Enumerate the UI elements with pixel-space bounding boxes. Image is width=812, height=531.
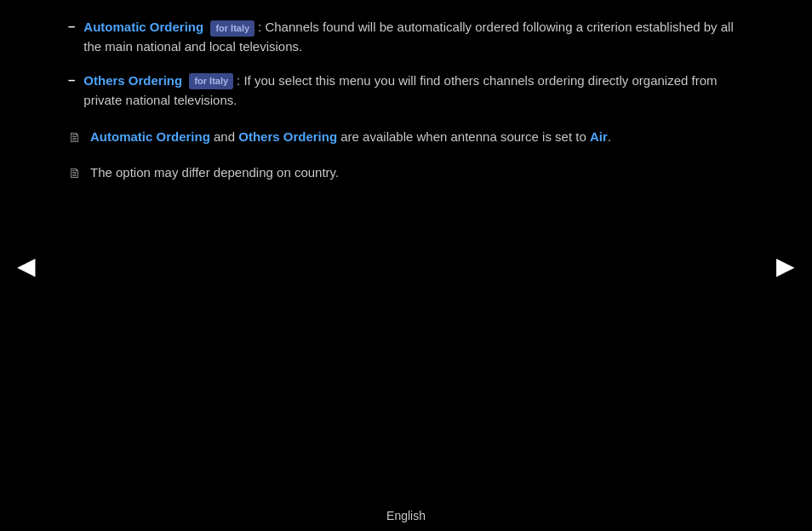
nav-left-button[interactable]: ◀ xyxy=(9,243,44,288)
bullet-dash-2: – xyxy=(68,71,75,90)
badge-italy-1: for Italy xyxy=(210,20,254,37)
bullet-dash: – xyxy=(68,17,75,37)
note-end: . xyxy=(608,129,611,144)
note-middle: and xyxy=(210,129,238,144)
note-block-1: 🗎 Automatic Ordering and Others Ordering… xyxy=(68,127,744,149)
note-icon-2: 🗎 xyxy=(68,163,82,185)
list-item-others-ordering: – Others Ordering for Italy: If you sele… xyxy=(68,71,744,111)
note-term-others: Others Ordering xyxy=(238,129,337,144)
note-text-1: Automatic Ordering and Others Ordering a… xyxy=(90,127,611,146)
badge-italy-2: for Italy xyxy=(189,73,233,89)
note-icon-1: 🗎 xyxy=(68,128,82,149)
note-rest: are available when antenna source is set… xyxy=(337,129,590,144)
bullet-list: – Automatic Ordering for Italy: Channels… xyxy=(68,17,744,110)
bullet-text-automatic: Automatic Ordering for Italy: Channels f… xyxy=(83,17,744,57)
note-text-2: The option may differ depending on count… xyxy=(90,163,339,182)
note-term-air: Air xyxy=(590,129,608,144)
list-item-automatic-ordering: – Automatic Ordering for Italy: Channels… xyxy=(68,17,744,57)
note-term-automatic: Automatic Ordering xyxy=(90,129,210,144)
nav-right-button[interactable]: ▶ xyxy=(768,243,803,288)
term-others-ordering: Others Ordering xyxy=(83,73,182,88)
footer-language: English xyxy=(386,509,426,522)
term-automatic-ordering: Automatic Ordering xyxy=(83,20,203,34)
note-block-2: 🗎 The option may differ depending on cou… xyxy=(68,163,744,185)
main-content: – Automatic Ordering for Italy: Channels… xyxy=(0,0,812,249)
bullet-text-others: Others Ordering for Italy: If you select… xyxy=(83,71,744,111)
